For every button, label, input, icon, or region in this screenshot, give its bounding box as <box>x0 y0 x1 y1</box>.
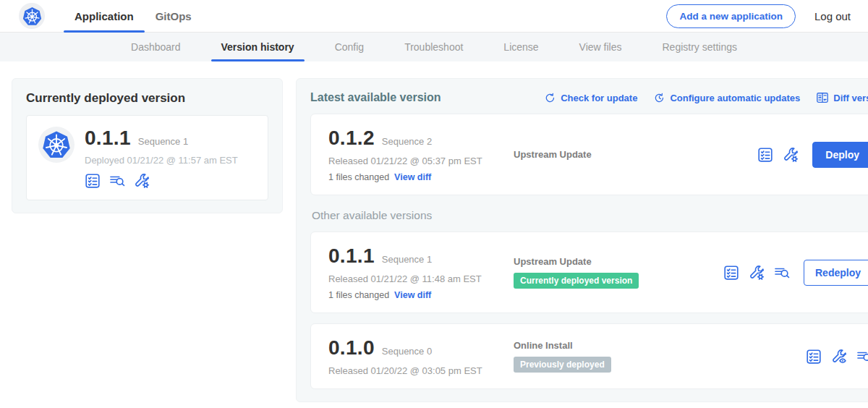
version-row-0-1-1: 0.1.1 Sequence 1 Released 01/21/22 @ 11:… <box>310 231 868 313</box>
app-header: Application GitOps Add a new application… <box>0 0 868 33</box>
version-source-label: Upstream Update <box>514 149 723 160</box>
tab-application[interactable]: Application <box>64 0 145 32</box>
released-timestamp: Released 01/21/22 @ 05:37 pm EST <box>328 156 514 166</box>
preflight-checklist-icon[interactable] <box>723 265 739 281</box>
config-wrench-gear-icon[interactable] <box>134 173 150 189</box>
version-number: 0.1.1 <box>328 245 375 268</box>
view-diff-link[interactable]: View diff <box>394 172 431 182</box>
previously-deployed-badge: Previously deployed <box>514 357 611 373</box>
subnav-tab-version-history[interactable]: Version history <box>201 33 315 61</box>
currently-deployed-badge: Currently deployed version <box>514 273 639 289</box>
version-history-panel: Latest available version Check for updat… <box>296 78 868 402</box>
redeploy-button[interactable]: Redeploy <box>804 260 868 286</box>
config-wrench-eye-icon[interactable] <box>831 349 847 365</box>
deployed-sequence-label: Sequence 1 <box>138 136 188 147</box>
preflight-checklist-icon[interactable] <box>85 173 101 189</box>
config-wrench-gear-icon[interactable] <box>783 147 799 163</box>
diff-versions-link[interactable]: Diff versions <box>816 91 868 104</box>
subnav-tab-registry-settings[interactable]: Registry settings <box>642 33 757 61</box>
check-for-update-link[interactable]: Check for update <box>544 92 637 104</box>
header-tabs: Application GitOps <box>64 0 203 32</box>
sequence-label: Sequence 1 <box>382 254 432 265</box>
released-timestamp: Released 01/21/22 @ 11:48 am EST <box>328 273 514 284</box>
deploy-logs-icon[interactable] <box>856 349 868 365</box>
version-source-label: Upstream Update <box>514 256 723 267</box>
deploy-logs-icon[interactable] <box>109 173 125 189</box>
subnav-tab-dashboard[interactable]: Dashboard <box>111 33 201 61</box>
kubernetes-wheel-icon <box>42 130 71 159</box>
deployed-version-number: 0.1.1 <box>85 127 131 150</box>
preflight-checklist-icon[interactable] <box>806 349 822 365</box>
kubernetes-wheel-icon <box>22 7 42 26</box>
preflight-checklist-icon[interactable] <box>757 147 773 163</box>
main-content: Currently deployed version 0.1.1 Sequenc… <box>0 61 868 402</box>
currently-deployed-panel: Currently deployed version 0.1.1 Sequenc… <box>12 78 283 213</box>
app-logo <box>19 3 45 29</box>
tab-gitops[interactable]: GitOps <box>145 0 203 32</box>
configure-automatic-updates-link[interactable]: Configure automatic updates <box>653 92 800 104</box>
version-row-0-1-2: 0.1.2 Sequence 2 Released 01/21/22 @ 05:… <box>310 114 868 195</box>
version-number: 0.1.2 <box>328 127 375 150</box>
subnav-tab-license[interactable]: License <box>483 33 558 61</box>
config-wrench-gear-icon[interactable] <box>749 265 765 281</box>
subnav-tab-config[interactable]: Config <box>315 33 384 61</box>
deploy-button[interactable]: Deploy <box>812 142 868 168</box>
add-application-button[interactable]: Add a new application <box>666 4 796 28</box>
version-number: 0.1.0 <box>328 336 375 360</box>
diff-columns-icon <box>816 91 829 104</box>
version-row-0-1-0: 0.1.0 Sequence 0 Released 01/20/22 @ 03:… <box>310 323 868 389</box>
deployed-timestamp: Deployed 01/21/22 @ 11:57 am EST <box>85 155 238 166</box>
files-changed-label: 1 files changed <box>328 290 389 300</box>
app-subnav: Dashboard Version history Config Trouble… <box>0 33 868 61</box>
refresh-icon <box>544 92 556 104</box>
deploy-logs-icon[interactable] <box>774 265 790 281</box>
auto-update-clock-icon <box>653 92 665 104</box>
released-timestamp: Released 01/20/22 @ 03:05 pm EST <box>328 365 514 376</box>
header-right: Add a new application Log out <box>666 4 851 28</box>
other-available-title: Other available versions <box>312 209 868 222</box>
version-source-label: Online Install <box>514 340 723 351</box>
deployed-version-card: 0.1.1 Sequence 1 Deployed 01/21/22 @ 11:… <box>26 115 268 200</box>
latest-available-title: Latest available version <box>310 91 441 104</box>
subnav-tab-view-files[interactable]: View files <box>559 33 642 61</box>
view-diff-link[interactable]: View diff <box>394 290 431 300</box>
files-changed-label: 1 files changed <box>328 172 389 182</box>
app-icon <box>38 127 75 163</box>
subnav-tab-troubleshoot[interactable]: Troubleshoot <box>384 33 483 61</box>
sequence-label: Sequence 0 <box>382 346 432 357</box>
logout-button[interactable]: Log out <box>814 10 851 22</box>
sequence-label: Sequence 2 <box>382 136 432 147</box>
currently-deployed-title: Currently deployed version <box>26 91 268 106</box>
